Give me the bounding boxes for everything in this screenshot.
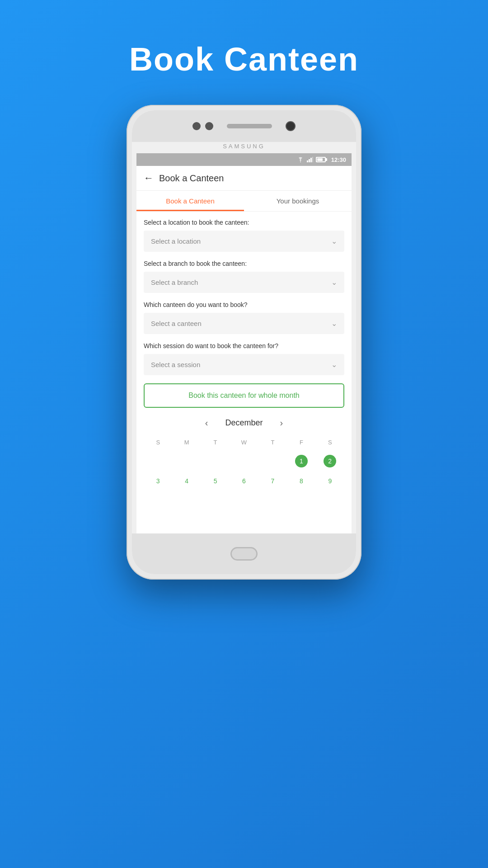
cal-date-3[interactable]: 3: [144, 474, 172, 488]
day-name-fri: F: [287, 437, 315, 448]
cal-date-empty-5: [258, 451, 287, 471]
cal-date-5[interactable]: 5: [201, 474, 230, 488]
canteen-placeholder: Select a canteen: [151, 320, 202, 327]
speaker: [227, 124, 272, 128]
day-name-sat: S: [316, 437, 344, 448]
svg-rect-1: [307, 160, 308, 162]
signal-icon: [307, 157, 313, 162]
cal-date-4[interactable]: 4: [172, 474, 201, 488]
status-time: 12:30: [331, 156, 346, 163]
branch-label: Select a branch to book the canteen:: [144, 260, 344, 267]
calendar-prev-button[interactable]: ‹: [202, 416, 212, 430]
svg-point-0: [300, 161, 301, 162]
cal-date-7[interactable]: 7: [258, 474, 287, 488]
home-button[interactable]: [230, 547, 258, 561]
phone-device: SAMSUNG: [127, 105, 361, 580]
location-chevron-icon: ⌄: [331, 237, 337, 245]
cal-date-empty-3: [201, 451, 230, 471]
phone-screen: 12:30 ← Book a Canteen Book a Canteen Yo…: [136, 153, 352, 533]
location-dropdown[interactable]: Select a location ⌄: [144, 231, 344, 252]
phone-bezel-top: [132, 110, 356, 142]
header-title: Book a Canteen: [159, 173, 224, 184]
day-name-sun: S: [144, 437, 172, 448]
canteen-label: Which canteen do you want to book?: [144, 301, 344, 308]
svg-rect-3: [310, 158, 312, 162]
cal-date-2[interactable]: 2: [316, 451, 344, 471]
day-name-thu: T: [258, 437, 287, 448]
back-button[interactable]: ←: [144, 172, 154, 184]
svg-rect-2: [309, 159, 310, 162]
canteen-chevron-icon: ⌄: [331, 319, 337, 328]
cal-date-8[interactable]: 8: [287, 474, 315, 488]
cal-date-empty-2: [172, 451, 201, 471]
svg-rect-4: [312, 157, 313, 162]
session-dropdown[interactable]: Select a session ⌄: [144, 354, 344, 375]
calendar: ‹ December › S M T W T: [144, 416, 344, 488]
location-placeholder: Select a location: [151, 237, 201, 245]
camera-dot-left: [192, 122, 201, 130]
branch-dropdown[interactable]: Select a branch ⌄: [144, 272, 344, 293]
phone-bezel-bottom: [132, 533, 356, 574]
screen-content: Select a location to book the canteen: S…: [136, 212, 352, 533]
session-label: Which session do want to book the cantee…: [144, 342, 344, 349]
cal-date-empty-1: [144, 451, 172, 471]
tab-bar: Book a Canteen Your bookings: [136, 191, 352, 212]
cal-date-6[interactable]: 6: [230, 474, 258, 488]
tab-your-bookings[interactable]: Your bookings: [244, 191, 352, 211]
calendar-header: ‹ December ›: [144, 416, 344, 430]
branch-chevron-icon: ⌄: [331, 278, 337, 287]
front-camera: [286, 121, 296, 131]
camera-dot-right: [205, 122, 213, 130]
day-name-tue: T: [201, 437, 230, 448]
branch-placeholder: Select a branch: [151, 278, 198, 286]
calendar-week-1: 1 2: [144, 451, 344, 471]
calendar-day-names: S M T W T F S: [144, 437, 344, 448]
calendar-month: December: [225, 418, 263, 428]
status-bar: 12:30: [136, 153, 352, 166]
battery-icon: [316, 157, 326, 162]
location-label: Select a location to book the canteen:: [144, 219, 344, 226]
day-name-wed: W: [230, 437, 258, 448]
session-chevron-icon: ⌄: [331, 360, 337, 369]
canteen-dropdown[interactable]: Select a canteen ⌄: [144, 313, 344, 334]
cal-date-empty-4: [230, 451, 258, 471]
page-title: Book Canteen: [129, 41, 359, 78]
session-placeholder: Select a session: [151, 361, 200, 368]
calendar-week-2: 3 4 5 6 7 8 9: [144, 474, 344, 488]
tab-book-canteen[interactable]: Book a Canteen: [136, 191, 244, 211]
calendar-next-button[interactable]: ›: [277, 416, 287, 430]
book-whole-month-button[interactable]: Book this canteen for whole month: [144, 383, 344, 408]
day-name-mon: M: [172, 437, 201, 448]
cal-date-1[interactable]: 1: [287, 451, 315, 471]
wifi-icon: [297, 157, 304, 162]
brand-label: SAMSUNG: [223, 143, 265, 150]
calendar-grid: S M T W T F S: [144, 437, 344, 488]
cal-date-9[interactable]: 9: [316, 474, 344, 488]
app-header: ← Book a Canteen: [136, 166, 352, 191]
